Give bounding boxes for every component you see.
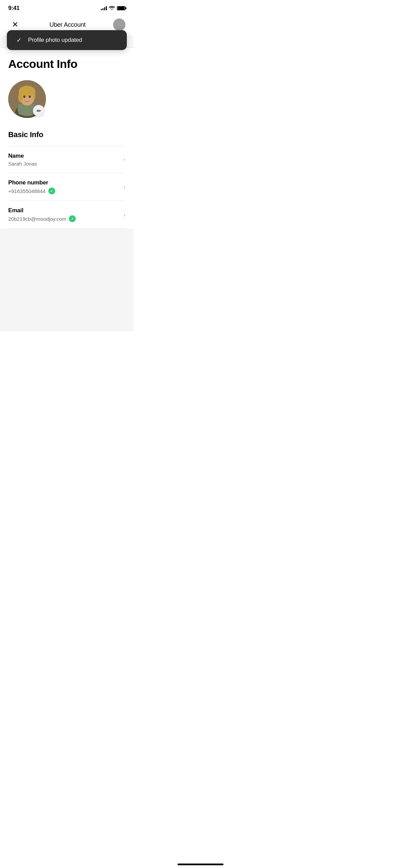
verified-icon: ✓	[50, 189, 53, 193]
info-list: Name Sarah Jonas › Phone number +9163550…	[8, 146, 125, 229]
close-icon: ✕	[12, 21, 18, 28]
wifi-icon	[109, 5, 115, 11]
chevron-right-icon: ›	[123, 156, 125, 163]
email-label: Email	[8, 207, 123, 214]
svg-point-9	[23, 96, 25, 98]
status-time: 9:41	[8, 5, 20, 12]
main-content: Account Info	[0, 48, 134, 229]
toast-notification: ✓ Profile photo updated	[7, 30, 127, 50]
status-icons	[101, 5, 125, 11]
email-value: 20b219cb@moodjoy.com ✓	[8, 215, 123, 222]
page-title: Account Info	[8, 57, 125, 71]
edit-photo-button[interactable]: ✏	[33, 105, 45, 117]
profile-photo-section: ✏	[8, 80, 125, 118]
name-field[interactable]: Name Sarah Jonas ›	[8, 146, 125, 173]
verified-badge: ✓	[48, 188, 55, 194]
section-title: Basic Info	[8, 130, 125, 139]
status-bar: 9:41	[0, 0, 134, 15]
email-content: Email 20b219cb@moodjoy.com ✓	[8, 207, 123, 222]
basic-info-section: Basic Info Name Sarah Jonas › Phone numb…	[8, 130, 125, 229]
profile-photo-container: ✏	[8, 80, 46, 118]
phone-content: Phone number +916355048844 ✓	[8, 179, 123, 194]
close-button[interactable]: ✕	[8, 18, 22, 32]
toast-check-icon: ✓	[15, 36, 23, 44]
pencil-icon: ✏	[37, 108, 41, 114]
phone-field[interactable]: Phone number +916355048844 ✓ ›	[8, 173, 125, 201]
scroll-area	[0, 229, 134, 331]
email-field[interactable]: Email 20b219cb@moodjoy.com ✓ ›	[8, 201, 125, 229]
svg-point-8	[18, 93, 23, 102]
page-nav-title: Uber Account	[49, 21, 86, 28]
battery-icon	[117, 6, 125, 10]
verified-icon: ✓	[71, 217, 74, 221]
verified-badge: ✓	[69, 215, 76, 222]
phone-label: Phone number	[8, 179, 123, 186]
avatar[interactable]	[113, 19, 125, 31]
toast-message: Profile photo updated	[28, 37, 82, 44]
chevron-right-icon: ›	[123, 183, 125, 191]
name-value: Sarah Jonas	[8, 161, 123, 167]
phone-value: +916355048844 ✓	[8, 188, 123, 194]
svg-rect-7	[33, 91, 35, 99]
chevron-right-icon: ›	[123, 211, 125, 218]
signal-icon	[101, 6, 107, 10]
name-label: Name	[8, 153, 123, 159]
checkmark-icon: ✓	[16, 36, 22, 44]
svg-point-10	[29, 96, 31, 98]
name-content: Name Sarah Jonas	[8, 153, 123, 167]
